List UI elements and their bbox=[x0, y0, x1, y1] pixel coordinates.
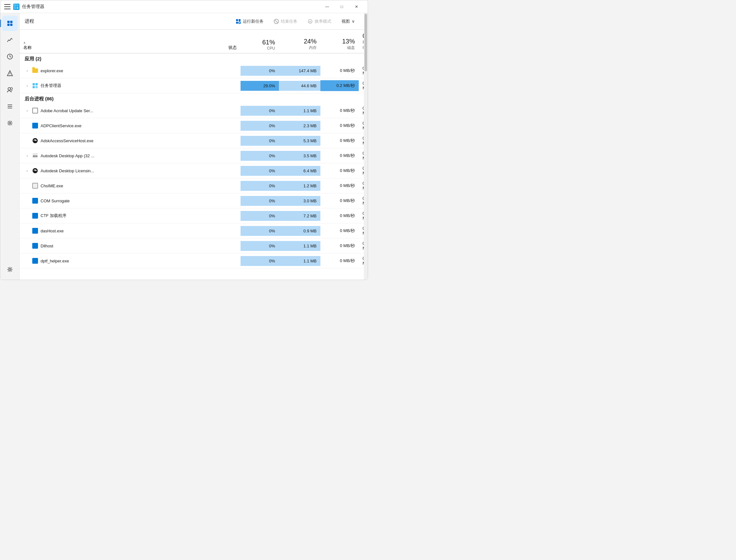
end-task-button[interactable]: 结束任务 bbox=[270, 17, 301, 26]
table-row[interactable]: › Adobe Acrobat Update Ser... 0% 1.1 MB … bbox=[19, 103, 364, 118]
arrow-circle-icon bbox=[32, 138, 38, 144]
content-area: 进程 运行新任务 bbox=[19, 13, 364, 280]
expand-icon[interactable]: › bbox=[25, 153, 30, 158]
row-memory: 5.3 MB bbox=[279, 136, 321, 146]
expand-icon[interactable]: › bbox=[25, 168, 30, 173]
table-row[interactable]: › COM Surrogate 0% 3.0 MB 0 MB/秒 0 Mbps bbox=[19, 193, 364, 208]
row-cpu: 0% bbox=[241, 66, 279, 76]
row-disk: 0 MB/秒 bbox=[321, 255, 359, 266]
process-name: COM Surrogate bbox=[41, 198, 70, 203]
row-status bbox=[202, 123, 241, 128]
row-name-adp: › ADPClientService.exe bbox=[19, 120, 202, 131]
svg-rect-3 bbox=[17, 7, 19, 9]
row-disk: 0 MB/秒 bbox=[321, 120, 359, 131]
row-memory: 1.1 MB bbox=[279, 241, 321, 251]
task-manager-window: 任务管理器 — □ ✕ bbox=[0, 0, 368, 280]
view-button[interactable]: 视图 ∨ bbox=[338, 17, 359, 26]
sidebar-item-users[interactable] bbox=[2, 82, 18, 97]
col-header-status[interactable]: 状态 bbox=[202, 42, 241, 53]
sidebar-item-details[interactable] bbox=[2, 99, 18, 114]
sort-arrow-icon: ∧ bbox=[23, 41, 26, 44]
minimize-button[interactable]: — bbox=[320, 2, 335, 12]
process-name: ADPClientService.exe bbox=[41, 123, 81, 128]
processes-table-container[interactable]: ∧ 名称 状态 61% CPU 24% 内存 bbox=[19, 30, 364, 280]
sidebar-item-settings[interactable] bbox=[2, 262, 18, 277]
row-disk: 0 MB/秒 bbox=[321, 195, 359, 206]
svg-text:ADA: ADA bbox=[33, 155, 37, 157]
row-cpu: 0% bbox=[241, 226, 279, 236]
row-network: 0 Mbps bbox=[359, 148, 364, 163]
row-cpu: 0% bbox=[241, 151, 279, 161]
sidebar-item-history[interactable] bbox=[2, 49, 18, 64]
sidebar-item-performance[interactable] bbox=[2, 32, 18, 48]
page-title: 进程 bbox=[25, 18, 34, 24]
close-button[interactable]: ✕ bbox=[349, 2, 364, 12]
row-memory: 3.5 MB bbox=[279, 151, 321, 161]
table-row[interactable]: › ADA Autodesk Desktop App (32 ... 0% bbox=[19, 148, 364, 163]
blue-box-icon bbox=[32, 258, 38, 264]
row-memory: 147.4 MB bbox=[279, 66, 321, 76]
run-new-task-button[interactable]: 运行新任务 bbox=[232, 17, 267, 26]
expand-icon[interactable]: › bbox=[25, 83, 30, 88]
sidebar-item-startup[interactable] bbox=[2, 66, 18, 81]
process-name: Dllhost bbox=[41, 244, 53, 248]
sidebar bbox=[0, 13, 19, 280]
memory-label: 内存 bbox=[283, 45, 317, 51]
row-name-chsime: › ChsIME.exe bbox=[19, 180, 202, 191]
col-header-disk[interactable]: 13% 磁盘 bbox=[321, 35, 359, 53]
hamburger-menu-icon[interactable] bbox=[4, 4, 11, 9]
row-cpu: 0% bbox=[241, 256, 279, 266]
scrollbar[interactable] bbox=[364, 13, 368, 280]
row-name-autodesk-lic: › Autodesk Desktop Licensin... bbox=[19, 165, 202, 176]
table-row[interactable]: › CTF 加载程序 0% 7.2 MB 0 MB/秒 0 Mbps bbox=[19, 208, 364, 223]
ada-icon: ADA bbox=[32, 153, 38, 159]
sidebar-item-processes[interactable] bbox=[2, 16, 18, 31]
toolbar: 进程 运行新任务 bbox=[19, 13, 364, 30]
row-network: 0 Mbps bbox=[359, 238, 364, 253]
expand-icon[interactable]: › bbox=[25, 68, 30, 73]
col-header-network[interactable]: 0% 网络 bbox=[359, 30, 364, 53]
row-name-dptf: › dptf_helper.exe bbox=[19, 255, 202, 266]
row-disk: 0 MB/秒 bbox=[321, 150, 359, 161]
table-row[interactable]: › explorer.exe 0% 147.4 MB 0 MB/秒 bbox=[19, 63, 364, 78]
background-section: 后台进程 (86) › Adobe Acrobat Update Ser... … bbox=[19, 93, 364, 268]
col-status-label: 状态 bbox=[229, 45, 237, 50]
disk-label: 磁盘 bbox=[324, 45, 355, 51]
table-row[interactable]: › Dllhost 0% 1.1 MB 0 MB/秒 0 Mbps bbox=[19, 238, 364, 253]
row-name-taskmgr: › 任务管理器 bbox=[19, 80, 202, 91]
svg-point-13 bbox=[11, 88, 12, 89]
col-header-cpu[interactable]: 61% CPU bbox=[241, 36, 279, 53]
efficiency-mode-button[interactable]: 效率模式 bbox=[304, 17, 335, 26]
col-header-name[interactable]: ∧ 名称 bbox=[19, 37, 202, 53]
table-row[interactable]: › ADPClientService.exe 0% 2.3 MB 0 MB/秒 … bbox=[19, 118, 364, 133]
row-name-dllhost: › Dllhost bbox=[19, 240, 202, 251]
table-row[interactable]: › Autodesk Desktop Licensin... bbox=[19, 163, 364, 178]
row-cpu: 0% bbox=[241, 166, 279, 176]
row-status bbox=[202, 68, 241, 73]
row-cpu: 0% bbox=[241, 181, 279, 191]
row-name-ctf: › CTF 加载程序 bbox=[19, 210, 202, 221]
blue-box-icon bbox=[32, 123, 38, 128]
row-disk: 0 MB/秒 bbox=[321, 165, 359, 176]
expand-icon[interactable]: › bbox=[25, 108, 30, 113]
row-status bbox=[202, 83, 241, 88]
maximize-button[interactable]: □ bbox=[335, 2, 349, 12]
col-header-memory[interactable]: 24% 内存 bbox=[279, 35, 321, 53]
svg-rect-31 bbox=[33, 86, 35, 88]
table-row[interactable]: › ChsIME.exe 0% 1.2 MB 0 MB/秒 0 Mbps bbox=[19, 178, 364, 193]
svg-point-12 bbox=[8, 88, 11, 90]
table-row[interactable]: › AdskAccessServiceHost.exe bbox=[19, 133, 364, 148]
svg-point-17 bbox=[9, 122, 11, 124]
svg-line-27 bbox=[275, 20, 278, 23]
table-row[interactable]: › dasHost.exe 0% 0.9 MB 0 MB/秒 0 Mbps bbox=[19, 223, 364, 238]
row-disk: 0.2 MB/秒 bbox=[321, 80, 359, 91]
row-disk: 0 MB/秒 bbox=[321, 65, 359, 76]
table-row[interactable]: › dptf_helper.exe 0% 1.1 MB 0 MB/秒 0 Mbp… bbox=[19, 253, 364, 268]
process-name: ChsIME.exe bbox=[41, 183, 63, 188]
sidebar-item-services[interactable] bbox=[2, 115, 18, 131]
blue-box-icon bbox=[32, 243, 38, 249]
row-status bbox=[202, 213, 241, 218]
svg-rect-7 bbox=[10, 24, 12, 26]
table-row[interactable]: › 任务管理器 bbox=[19, 78, 364, 93]
scrollbar-thumb[interactable] bbox=[365, 14, 367, 71]
